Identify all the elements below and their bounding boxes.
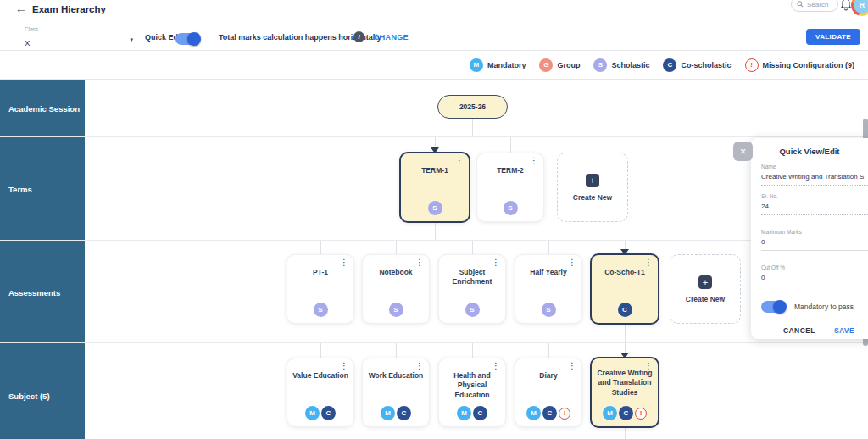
warning-icon: ! [559, 408, 570, 420]
card-label: Half Yearly [515, 268, 581, 277]
scholastic-badge-icon: S [428, 201, 442, 215]
toolbar: Class X ▾ Quick Edit Total marks calcula… [0, 24, 868, 51]
srno-field-input[interactable]: 24 [761, 203, 868, 215]
back-arrow-icon[interactable]: ← [15, 2, 27, 15]
legend-bar: M Mandatory G Group S Scholastic C Co-sc… [0, 51, 868, 80]
co-scholastic-badge-icon: C [397, 406, 411, 420]
legend-mandatory: M Mandatory [470, 58, 526, 72]
avatar-initial: R [854, 0, 868, 14]
assessment-card-co-scho-t1[interactable]: ⋮ Co-Scho-T1 C [590, 253, 659, 325]
row-divider [0, 136, 868, 137]
max-marks-field-input[interactable]: 0 [761, 238, 868, 251]
card-label: PT-1 [287, 268, 353, 277]
tree-connector [548, 342, 549, 358]
srno-field-label: Sr. No. [761, 193, 868, 199]
co-scholastic-badge-icon: C [473, 406, 487, 420]
subject-card-diary[interactable]: ⋮ Diary M C ! [515, 358, 582, 427]
row-divider [0, 240, 868, 241]
card-label: Value Education [287, 371, 353, 381]
kebab-menu-icon[interactable]: ⋮ [455, 157, 464, 165]
create-new-label: Create New [573, 193, 612, 202]
sidebar-row-subject: Subject (5) [8, 392, 80, 401]
validate-button[interactable]: VALIDATE [806, 29, 860, 45]
kebab-menu-icon[interactable]: ⋮ [415, 362, 424, 370]
user-avatar[interactable]: R [851, 0, 868, 16]
mandatory-to-pass-label: Mandatory to pass [794, 303, 854, 311]
kebab-menu-icon[interactable]: ⋮ [340, 258, 348, 267]
assessment-card-half-yearly[interactable]: ⋮ Half Yearly S [515, 254, 582, 324]
class-dropdown[interactable]: X ▾ [25, 34, 135, 47]
cutoff-field-input[interactable]: 0 [761, 274, 868, 286]
toggle-knob [773, 300, 787, 314]
kebab-menu-icon[interactable]: ⋮ [340, 362, 348, 370]
save-button[interactable]: SAVE [834, 326, 854, 335]
subject-card-creative-writing[interactable]: ⋮ Creative Writing and Translation Studi… [590, 357, 659, 428]
cancel-button[interactable]: CANCEL [783, 326, 815, 335]
change-link[interactable]: CHANGE [374, 33, 409, 42]
legend-missing-configuration: ! Missing Configuration (9) [745, 58, 855, 72]
card-label: Health and Physical Education [439, 371, 505, 400]
assessment-card-notebook[interactable]: ⋮ Notebook S [362, 254, 430, 324]
assessment-card-subject-enrichment[interactable]: ⋮ Subject Enrichment S [438, 254, 506, 324]
create-new-term-card[interactable]: + Create New [557, 153, 628, 222]
chevron-down-icon: ▾ [130, 36, 133, 43]
exam-hierarchy-page: ← Exam Hierarchy Search R Class X ▾ Quic… [0, 0, 868, 439]
kebab-menu-icon[interactable]: ⋮ [568, 362, 576, 370]
mandatory-badge-icon: M [457, 406, 471, 420]
card-label: Work Education [363, 371, 429, 381]
create-new-assessment-card[interactable]: + Create New [670, 254, 741, 324]
quick-edit-toggle[interactable] [175, 33, 200, 45]
page-title: Exam Hierarchy [32, 4, 106, 14]
class-label: Class [25, 26, 38, 32]
plus-icon: + [586, 174, 599, 187]
kebab-menu-icon[interactable]: ⋮ [530, 157, 538, 165]
card-label: Diary [515, 371, 581, 381]
quick-view-edit-panel: Quick View/Edit Name Creative Writing an… [751, 138, 868, 339]
term-card-term-1[interactable]: ⋮ TERM-1 S [399, 152, 470, 223]
panel-title: Quick View/Edit [761, 147, 858, 156]
legend-label: Scholastic [611, 61, 649, 69]
legend-label: Mandatory [487, 61, 526, 69]
term-card-term-2[interactable]: ⋮ TERM-2 S [476, 153, 544, 222]
card-label: Creative Writing and Translation Studies [592, 369, 658, 397]
co-scholastic-badge-icon: C [321, 406, 336, 420]
kebab-menu-icon[interactable]: ⋮ [644, 362, 653, 370]
mandatory-to-pass-toggle[interactable] [761, 301, 786, 313]
scholastic-badge-icon: S [542, 303, 556, 317]
close-panel-button[interactable]: × [733, 142, 753, 161]
notification-bell-icon[interactable] [840, 0, 852, 12]
create-new-label: Create New [686, 295, 725, 303]
toggle-knob [187, 32, 201, 46]
card-label: TERM-2 [477, 166, 543, 175]
tree-connector [472, 240, 473, 254]
session-node[interactable]: 2025-26 [437, 95, 508, 119]
subject-card-value-education[interactable]: ⋮ Value Education M C [287, 358, 354, 427]
mandatory-badge-icon: M [305, 406, 320, 420]
kebab-menu-icon[interactable]: ⋮ [492, 258, 500, 267]
co-scholastic-badge-icon: C [542, 406, 557, 420]
card-label: Subject Enrichment [439, 268, 505, 287]
kebab-menu-icon[interactable]: ⋮ [492, 362, 500, 370]
plus-icon: + [698, 275, 712, 289]
sidebar-row-academic-session: Academic Session [8, 104, 80, 114]
tree-connector [396, 240, 397, 254]
scholastic-badge-icon: S [504, 201, 518, 215]
kebab-menu-icon[interactable]: ⋮ [415, 258, 424, 267]
legend-co-scholastic: C Co-scholastic [663, 58, 731, 72]
kebab-menu-icon[interactable]: ⋮ [568, 258, 576, 267]
kebab-menu-icon[interactable]: ⋮ [644, 258, 653, 267]
mandatory-badge-icon: M [526, 406, 541, 420]
co-scholastic-badge-icon: C [618, 303, 632, 317]
tree-connector [625, 324, 626, 342]
search-input[interactable]: Search [791, 0, 838, 12]
tree-connector [435, 223, 436, 240]
info-icon[interactable]: i [353, 31, 364, 42]
warning-icon: ! [745, 58, 759, 72]
subject-card-health-physical-education[interactable]: ⋮ Health and Physical Education M C [438, 358, 506, 427]
sidebar-row-terms: Terms [8, 185, 80, 194]
warning-icon: ! [635, 408, 647, 420]
assessment-card-pt-1[interactable]: ⋮ PT-1 S [287, 254, 354, 324]
subject-card-work-education[interactable]: ⋮ Work Education M C [362, 358, 430, 427]
name-field-input[interactable]: Creative Writing and Translation S [761, 173, 868, 186]
mandatory-badge-icon: M [381, 406, 395, 420]
